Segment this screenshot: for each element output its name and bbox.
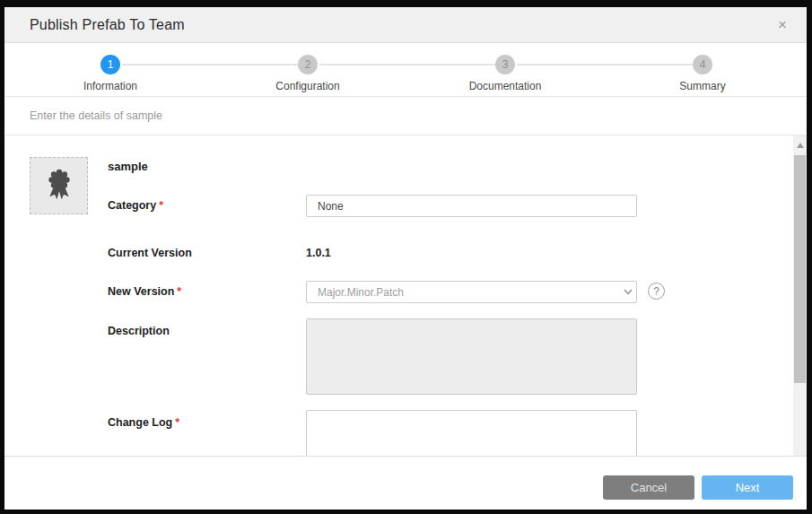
- step-connector: [517, 64, 693, 65]
- dialog-title: Publish Prefab To Team: [30, 17, 185, 33]
- required-asterisk: *: [175, 416, 179, 429]
- step-label-information: Information: [39, 80, 182, 92]
- scrollbar-thumb[interactable]: [794, 155, 806, 383]
- help-icon[interactable]: ?: [648, 283, 665, 300]
- prefab-thumbnail: [30, 157, 88, 214]
- description-label: Description: [108, 325, 170, 337]
- current-version-value: 1.0.1: [306, 247, 331, 259]
- step-label-documentation: Documentation: [433, 80, 577, 92]
- step-description-text: Enter the details of sample: [30, 109, 162, 122]
- cancel-button[interactable]: Cancel: [603, 475, 694, 500]
- current-version-label: Current Version: [108, 247, 192, 259]
- step-circle-configuration: 2: [298, 55, 318, 74]
- new-version-select[interactable]: [306, 281, 637, 303]
- required-asterisk: *: [177, 285, 181, 298]
- award-rosette-icon: [41, 166, 77, 205]
- step-label-summary: Summary: [631, 80, 774, 92]
- wizard-stepper: 1 2 3 4 Information Configuration Docume…: [4, 43, 807, 97]
- step-circle-documentation: 3: [495, 55, 515, 74]
- prefab-name: sample: [108, 160, 148, 173]
- next-button[interactable]: Next: [702, 475, 793, 500]
- dialog-footer: Cancel Next: [4, 456, 807, 510]
- dialog-titlebar: Publish Prefab To Team ×: [4, 7, 807, 43]
- category-input[interactable]: [306, 195, 637, 217]
- scroll-up-arrow-icon[interactable]: [793, 140, 807, 151]
- required-asterisk: *: [159, 199, 163, 212]
- subtitle-row: Enter the details of sample: [4, 97, 807, 135]
- step-circle-information: 1: [100, 55, 120, 74]
- step-connector: [122, 64, 298, 65]
- step-connector: [319, 64, 495, 65]
- close-icon[interactable]: ×: [774, 15, 790, 34]
- step-label-configuration: Configuration: [236, 80, 380, 92]
- step-circle-summary: 4: [693, 55, 712, 74]
- form-content: sample Category* Current Version 1.0.1 N…: [4, 135, 807, 456]
- change-log-label: Change Log*: [108, 416, 179, 429]
- new-version-label: New Version*: [108, 285, 181, 298]
- publish-prefab-dialog: Publish Prefab To Team × 1 2 3 4 Informa…: [4, 7, 807, 510]
- description-textarea: [306, 318, 637, 395]
- change-log-textarea[interactable]: [306, 410, 637, 456]
- vertical-scrollbar[interactable]: [793, 135, 807, 456]
- category-label: Category*: [108, 199, 163, 212]
